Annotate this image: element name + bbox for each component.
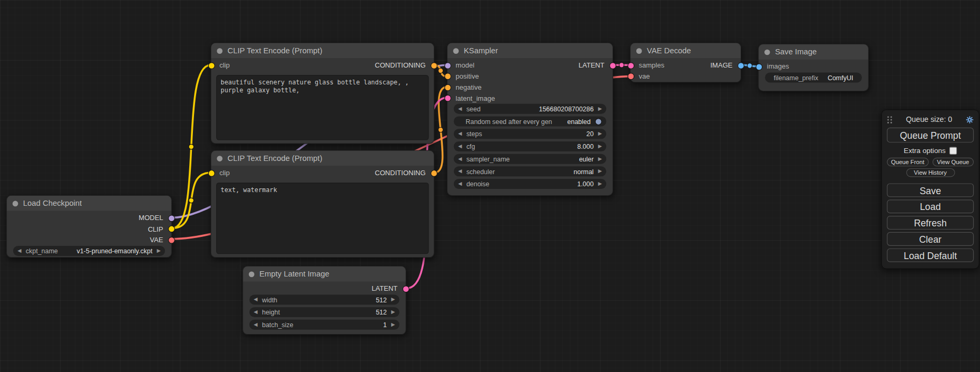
drag-handle-icon[interactable] bbox=[887, 116, 892, 123]
widget-increment-icon[interactable]: ▶ bbox=[598, 154, 601, 164]
output-port-latent[interactable] bbox=[609, 62, 616, 69]
widget-increment-icon[interactable]: ▶ bbox=[157, 245, 160, 255]
widget-seed[interactable]: ◀ seed 156680208700286 ▶ bbox=[454, 104, 606, 114]
node-title-bar[interactable]: CLIP Text Encode (Prompt) bbox=[211, 151, 434, 166]
link-midpoint-dot bbox=[438, 127, 443, 132]
widget-decrement-icon[interactable]: ◀ bbox=[254, 319, 257, 329]
node-ksampler[interactable]: KSampler model LATENT positive negative … bbox=[447, 43, 613, 196]
output-port-conditioning[interactable] bbox=[430, 62, 437, 69]
widget-label: seed bbox=[467, 105, 481, 112]
widget-value: 8.000 bbox=[577, 142, 594, 150]
widget-decrement-icon[interactable]: ◀ bbox=[458, 129, 462, 139]
node-title-bar[interactable]: CLIP Text Encode (Prompt) bbox=[211, 43, 434, 58]
input-label-model: model bbox=[455, 60, 474, 71]
toggle-dot-icon[interactable] bbox=[595, 118, 602, 125]
collapse-dot-icon[interactable] bbox=[217, 156, 222, 161]
refresh-button[interactable]: Refresh bbox=[887, 216, 974, 230]
output-port-latent[interactable] bbox=[402, 285, 409, 292]
input-port-model[interactable] bbox=[444, 62, 451, 69]
load-button[interactable]: Load bbox=[887, 199, 974, 213]
widget-random-seed-toggle[interactable]: Random seed after every gen enabled bbox=[454, 117, 606, 127]
widget-value: ComfyUI bbox=[828, 73, 853, 81]
input-port-samples[interactable] bbox=[627, 62, 634, 69]
input-port-clip[interactable] bbox=[208, 62, 215, 69]
widget-decrement-icon[interactable]: ◀ bbox=[458, 154, 462, 164]
output-label-clip: CLIP bbox=[148, 224, 163, 235]
node-clip-text-encode-positive[interactable]: CLIP Text Encode (Prompt) clip CONDITION… bbox=[211, 43, 434, 144]
queue-front-button[interactable]: Queue Front bbox=[887, 158, 928, 167]
widget-increment-icon[interactable]: ▶ bbox=[391, 294, 395, 304]
input-port-images[interactable] bbox=[755, 63, 762, 70]
input-port-vae[interactable] bbox=[627, 73, 634, 80]
node-empty-latent-image[interactable]: Empty Latent Image LATENT ◀ width 512 ▶ … bbox=[242, 266, 406, 335]
output-port-conditioning[interactable] bbox=[430, 170, 437, 177]
prompt-textarea[interactable]: text, watermark bbox=[216, 183, 429, 254]
output-label-latent: LATENT bbox=[372, 283, 397, 294]
output-port-vae[interactable] bbox=[168, 236, 174, 243]
collapse-dot-icon[interactable] bbox=[13, 201, 18, 206]
collapse-dot-icon[interactable] bbox=[636, 48, 642, 54]
widget-cfg[interactable]: ◀ cfg 8.000 ▶ bbox=[454, 141, 606, 151]
widget-decrement-icon[interactable]: ◀ bbox=[458, 141, 462, 151]
clear-button[interactable]: Clear bbox=[887, 232, 974, 246]
widget-decrement-icon[interactable]: ◀ bbox=[458, 104, 462, 114]
widget-filename-prefix[interactable]: filename_prefix ComfyUI bbox=[765, 72, 862, 82]
widget-decrement-icon[interactable]: ◀ bbox=[254, 307, 257, 317]
prompt-textarea[interactable]: beautiful scenery nature glass bottle la… bbox=[216, 75, 429, 140]
input-port-negative[interactable] bbox=[444, 84, 451, 91]
widget-decrement-icon[interactable]: ◀ bbox=[254, 294, 257, 304]
output-port-model[interactable] bbox=[168, 215, 174, 222]
widget-steps[interactable]: ◀ steps 20 ▶ bbox=[454, 129, 606, 139]
widget-scheduler[interactable]: ◀ scheduler normal ▶ bbox=[454, 166, 606, 176]
node-save-image[interactable]: Save Image images filename_prefix ComfyU… bbox=[758, 44, 869, 91]
output-port-clip[interactable] bbox=[168, 226, 174, 233]
view-history-button[interactable]: View History bbox=[906, 168, 955, 177]
collapse-dot-icon[interactable] bbox=[249, 271, 255, 277]
widget-value: 20 bbox=[586, 130, 594, 138]
widget-value: normal bbox=[574, 168, 594, 175]
widget-decrement-icon[interactable]: ◀ bbox=[17, 245, 21, 255]
widget-increment-icon[interactable]: ▶ bbox=[598, 129, 601, 139]
widget-decrement-icon[interactable]: ◀ bbox=[458, 179, 462, 189]
node-title-bar[interactable]: VAE Decode bbox=[630, 43, 741, 58]
node-load-checkpoint[interactable]: Load Checkpoint MODEL CLIP VAE ◀ ckpt_na… bbox=[6, 195, 172, 258]
node-title-bar[interactable]: Save Image bbox=[759, 44, 868, 59]
widget-label: ckpt_name bbox=[26, 247, 58, 254]
load-default-button[interactable]: Load Default bbox=[887, 249, 974, 262]
view-queue-button[interactable]: View Queue bbox=[932, 158, 974, 167]
node-title: Save Image bbox=[775, 47, 817, 56]
extra-options-checkbox[interactable] bbox=[949, 147, 957, 155]
widget-increment-icon[interactable]: ▶ bbox=[598, 179, 601, 189]
output-port-image[interactable] bbox=[737, 62, 744, 69]
widget-decrement-icon[interactable]: ◀ bbox=[458, 166, 462, 176]
node-title-bar[interactable]: Empty Latent Image bbox=[243, 266, 405, 281]
collapse-dot-icon[interactable] bbox=[453, 48, 459, 54]
widget-width[interactable]: ◀ width 512 ▶ bbox=[249, 294, 400, 304]
settings-gear-icon[interactable] bbox=[966, 116, 974, 123]
widget-increment-icon[interactable]: ▶ bbox=[598, 104, 601, 114]
save-button[interactable]: Save bbox=[887, 183, 974, 197]
input-port-positive[interactable] bbox=[444, 73, 451, 80]
collapse-dot-icon[interactable] bbox=[764, 49, 770, 55]
node-clip-text-encode-negative[interactable]: CLIP Text Encode (Prompt) clip CONDITION… bbox=[211, 150, 434, 258]
widget-increment-icon[interactable]: ▶ bbox=[598, 166, 601, 176]
widget-sampler-name[interactable]: ◀ sampler_name euler ▶ bbox=[454, 154, 606, 164]
node-vae-decode[interactable]: VAE Decode samples IMAGE vae bbox=[630, 43, 741, 83]
node-title: Load Checkpoint bbox=[23, 199, 82, 208]
node-graph-canvas[interactable]: Load Checkpoint MODEL CLIP VAE ◀ ckpt_na… bbox=[0, 0, 980, 372]
widget-batch-size[interactable]: ◀ batch_size 1 ▶ bbox=[249, 319, 400, 329]
widget-increment-icon[interactable]: ▶ bbox=[391, 307, 395, 317]
widget-denoise[interactable]: ◀ denoise 1.000 ▶ bbox=[454, 179, 606, 189]
input-port-latent-image[interactable] bbox=[444, 95, 451, 102]
widget-increment-icon[interactable]: ▶ bbox=[598, 141, 601, 151]
collapse-dot-icon[interactable] bbox=[217, 48, 222, 54]
node-title: VAE Decode bbox=[647, 46, 691, 55]
queue-prompt-button[interactable]: Queue Prompt bbox=[887, 128, 974, 142]
node-title-bar[interactable]: KSampler bbox=[448, 43, 613, 58]
node-title-bar[interactable]: Load Checkpoint bbox=[7, 196, 171, 211]
widget-ckpt-name[interactable]: ◀ ckpt_name v1-5-pruned-emaonly.ckpt ▶ bbox=[13, 245, 165, 255]
widget-height[interactable]: ◀ height 512 ▶ bbox=[249, 307, 400, 317]
input-port-clip[interactable] bbox=[208, 170, 215, 177]
widget-increment-icon[interactable]: ▶ bbox=[391, 319, 395, 329]
input-label-negative: negative bbox=[455, 82, 481, 93]
